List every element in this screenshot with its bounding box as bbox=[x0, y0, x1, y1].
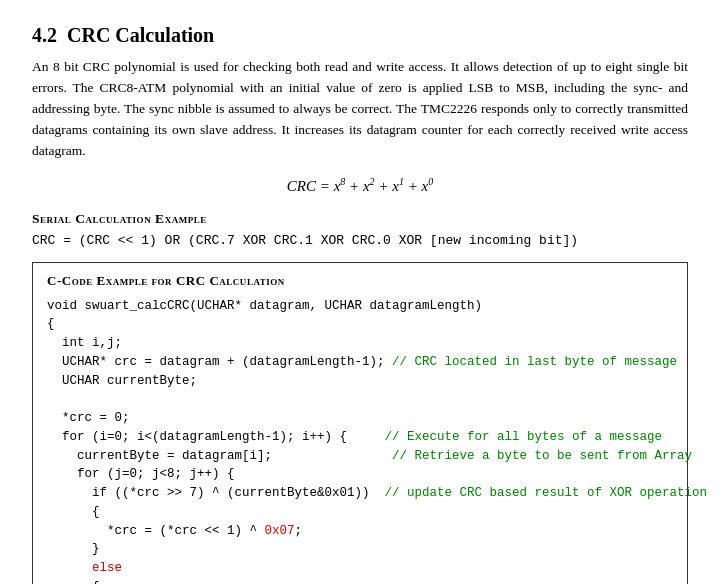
code-line-11: { bbox=[47, 505, 100, 519]
code-line-2: { bbox=[47, 317, 55, 331]
body-text: An 8 bit CRC polynomial is used for chec… bbox=[32, 57, 688, 162]
code-line-12: *crc = (*crc << 1) ^ 0x07; bbox=[47, 524, 302, 538]
code-box-title: C-Code Example for CRC Calculation bbox=[47, 273, 673, 289]
code-line-7: for (i=0; i<(datagramLength-1); i++) { /… bbox=[47, 430, 662, 444]
formula-block: CRC = x8 + x2 + x1 + x0 bbox=[32, 176, 688, 195]
code-line-14: else bbox=[47, 561, 122, 575]
code-line-5: UCHAR currentByte; bbox=[47, 374, 197, 388]
code-line-6: *crc = 0; bbox=[47, 411, 130, 425]
serial-heading: Serial Calculation Example bbox=[32, 211, 688, 227]
code-line-9: for (j=0; j<8; j++) { bbox=[47, 467, 235, 481]
code-line-3: int i,j; bbox=[47, 336, 122, 350]
section-number: 4.2 bbox=[32, 24, 57, 47]
code-box: C-Code Example for CRC Calculation void … bbox=[32, 262, 688, 584]
code-line-4: UCHAR* crc = datagram + (datagramLength-… bbox=[47, 355, 677, 369]
code-block: void swuart_calcCRC(UCHAR* datagram, UCH… bbox=[47, 297, 673, 584]
code-line-8: currentByte = datagram[i]; // Retrieve a… bbox=[47, 449, 692, 463]
code-line-15: { bbox=[47, 580, 100, 584]
formula-text: CRC = x8 + x2 + x1 + x0 bbox=[287, 178, 433, 194]
serial-calc: CRC = (CRC << 1) OR (CRC.7 XOR CRC.1 XOR… bbox=[32, 233, 688, 248]
code-line-1: void swuart_calcCRC(UCHAR* datagram, UCH… bbox=[47, 299, 482, 313]
section-title: CRC Calculation bbox=[67, 24, 214, 47]
code-line-13: } bbox=[47, 542, 100, 556]
section-header: 4.2 CRC Calculation bbox=[32, 24, 688, 47]
code-line-10: if ((*crc >> 7) ^ (currentByte&0x01)) //… bbox=[47, 486, 707, 500]
